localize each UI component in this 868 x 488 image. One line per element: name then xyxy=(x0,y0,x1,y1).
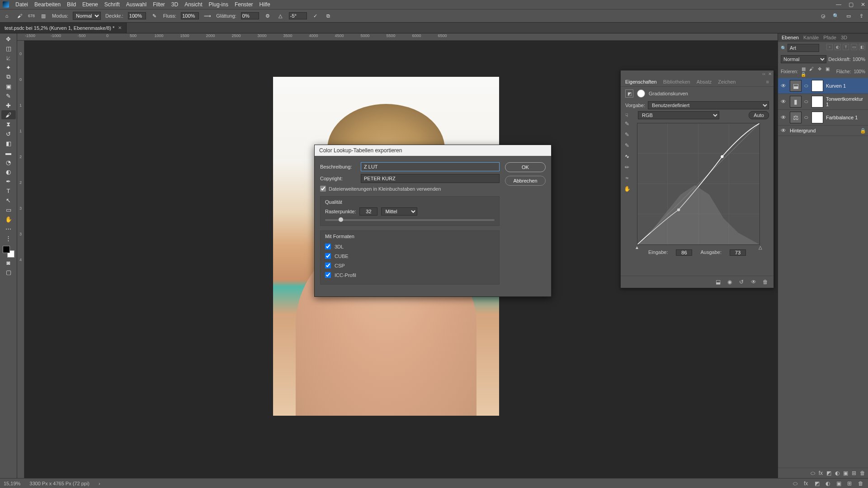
menu-hilfe[interactable]: Hilfe xyxy=(259,1,270,8)
slider-handle[interactable] xyxy=(339,217,343,222)
smoothing-input[interactable] xyxy=(241,12,259,19)
quickmask-icon[interactable]: ◙ xyxy=(1,258,16,267)
menu-bild[interactable]: Bild xyxy=(67,1,76,8)
filter-smart-icon[interactable]: ◧ xyxy=(859,44,865,50)
opacity-input[interactable] xyxy=(128,12,146,19)
lowercase-checkbox[interactable] xyxy=(320,186,326,192)
marquee-tool-icon[interactable]: ◫ xyxy=(1,44,16,53)
sb-adj-icon[interactable]: ◐ xyxy=(826,480,832,487)
butterfly-icon[interactable]: ⧉ xyxy=(324,12,332,20)
tab-kanaele[interactable]: Kanäle xyxy=(803,35,819,40)
fx-icon[interactable]: fx xyxy=(819,470,823,476)
format-icc-checkbox[interactable] xyxy=(325,272,331,278)
menu-filter[interactable]: Filter xyxy=(153,1,165,8)
blur-tool-icon[interactable]: ◔ xyxy=(1,158,16,167)
tab-eigenschaften[interactable]: Eigenschaften xyxy=(625,79,657,84)
sb-new-icon[interactable]: ⊞ xyxy=(847,480,854,487)
zoom-level[interactable]: 15,19% xyxy=(4,481,20,486)
screenmode-icon[interactable]: ▢ xyxy=(1,267,16,277)
input-value[interactable] xyxy=(676,249,692,256)
delete-adjustment-icon[interactable]: 🗑 xyxy=(763,279,770,285)
layer-mask-thumb[interactable] xyxy=(811,96,823,108)
document-info[interactable]: 3300 Px x 4765 Px (72 ppi) xyxy=(29,481,90,486)
layer-row[interactable]: 👁 ⚖ ⬭ Farbbalance 1 xyxy=(778,110,868,126)
cancel-button[interactable]: Abbrechen xyxy=(505,176,546,186)
edit-toolbar-icon[interactable]: ⋮ xyxy=(1,234,16,243)
brush-tool-icon[interactable]: 🖌 xyxy=(1,110,16,119)
move-tool-icon[interactable]: ✥ xyxy=(1,34,16,43)
description-input[interactable] xyxy=(361,162,500,171)
gridpoints-input[interactable] xyxy=(359,207,377,216)
panel-close-icon[interactable]: ✕ xyxy=(768,71,772,76)
clip-icon[interactable]: ⬓ xyxy=(716,279,723,285)
zoom-tool-icon[interactable]: ⋯ xyxy=(1,224,16,233)
shape-tool-icon[interactable]: ▭ xyxy=(1,205,16,214)
link-icon[interactable]: ⬭ xyxy=(804,115,809,120)
foreground-color-swatch[interactable] xyxy=(3,246,10,253)
lasso-tool-icon[interactable]: ⟀ xyxy=(1,53,16,62)
link-icon[interactable]: ⬭ xyxy=(804,83,809,89)
home-icon[interactable]: ⌂ xyxy=(3,12,11,20)
mask-add-icon[interactable]: ◩ xyxy=(826,470,831,476)
airbrush-icon[interactable]: ⟿ xyxy=(203,12,212,20)
preset-select[interactable]: Benutzerdefiniert xyxy=(648,101,769,109)
tab-ebenen[interactable]: Ebenen xyxy=(782,35,799,40)
color-swatch[interactable] xyxy=(3,246,14,258)
layer-filter-input[interactable] xyxy=(788,44,819,52)
visibility-icon[interactable]: 👁 xyxy=(781,114,787,121)
eyedropper-black-icon[interactable]: ✎ xyxy=(623,120,631,127)
layer-name[interactable]: Hintergrund xyxy=(790,128,857,133)
wand-tool-icon[interactable]: ✦ xyxy=(1,63,16,72)
crop-tool-icon[interactable]: ⧉ xyxy=(1,72,16,81)
new-layer-icon[interactable]: ⊞ xyxy=(852,470,856,476)
search-icon[interactable]: 🔍 xyxy=(832,12,840,20)
menu-auswahl[interactable]: Auswahl xyxy=(126,1,146,8)
angle-input[interactable] xyxy=(289,12,307,19)
link-icon[interactable]: ⬭ xyxy=(804,99,809,104)
menu-bearbeiten[interactable]: Bearbeiten xyxy=(34,1,61,8)
lock-pixels-icon[interactable]: 🖌 xyxy=(809,66,814,71)
format-csp-checkbox[interactable] xyxy=(325,263,331,268)
filter-shape-icon[interactable]: ▭ xyxy=(851,44,857,50)
healing-tool-icon[interactable]: ✚ xyxy=(1,101,16,110)
tab-absatz[interactable]: Absatz xyxy=(697,79,712,84)
type-tool-icon[interactable]: T xyxy=(1,186,16,195)
frame-tool-icon[interactable]: ▣ xyxy=(1,82,16,91)
smoothing-options-icon[interactable]: ⚙ xyxy=(264,12,272,20)
menu-plugins[interactable]: Plug-ins xyxy=(209,1,228,8)
tab-bibliotheken[interactable]: Bibliotheken xyxy=(663,79,690,84)
eyedropper-gray-icon[interactable]: ✎ xyxy=(623,131,631,138)
filter-type-icon[interactable]: T xyxy=(843,44,849,50)
layer-name[interactable]: Tonwertkorrektur 1 xyxy=(826,96,865,107)
pen-tool-icon[interactable]: ✒ xyxy=(1,177,16,186)
eyedropper-tool-icon[interactable]: ✎ xyxy=(1,91,16,100)
visibility-icon[interactable]: 👁 xyxy=(781,83,787,89)
format-3dl-checkbox[interactable] xyxy=(325,244,331,249)
lock-all-icon[interactable]: 🔒 xyxy=(801,71,806,77)
curve-hand-icon[interactable]: ✋ xyxy=(623,185,631,192)
dodge-tool-icon[interactable]: ◐ xyxy=(1,167,16,176)
adjustment-add-icon[interactable]: ◐ xyxy=(835,470,840,476)
tab-pfade[interactable]: Pfade xyxy=(823,35,836,40)
white-slider-icon[interactable]: △ xyxy=(759,245,762,250)
link-layers-icon[interactable]: ⬭ xyxy=(811,470,815,476)
toggle-visibility-icon[interactable]: 👁 xyxy=(751,279,758,285)
view-previous-icon[interactable]: ◉ xyxy=(727,279,735,285)
fill-value[interactable]: 100% xyxy=(854,69,865,74)
layer-opacity-value[interactable]: 100% xyxy=(853,56,865,62)
curve-smooth-icon[interactable]: ≈ xyxy=(623,174,631,182)
menu-datei[interactable]: Datei xyxy=(15,1,28,8)
filter-pixel-icon[interactable]: ▫ xyxy=(826,44,833,50)
layer-name[interactable]: Farbbalance 1 xyxy=(826,115,865,120)
menu-schrift[interactable]: Schrift xyxy=(104,1,120,8)
menu-fenster[interactable]: Fenster xyxy=(235,1,253,8)
quality-slider[interactable] xyxy=(325,219,495,221)
panel-collapse-icon[interactable]: ‹‹ xyxy=(762,71,765,76)
curves-graph[interactable]: ▲ △ xyxy=(637,123,760,245)
delete-layer-icon[interactable]: 🗑 xyxy=(860,470,865,476)
document-tab[interactable]: test.psdc bei 15,2% (Kurven 1, Ebenenmas… xyxy=(0,23,127,33)
layer-row[interactable]: 👁 ▮ ⬭ Tonwertkorrektur 1 xyxy=(778,94,868,110)
stamp-tool-icon[interactable]: ⧗ xyxy=(1,120,16,129)
brush-size-label[interactable]: 678 xyxy=(28,14,35,18)
chevron-right-icon[interactable]: › xyxy=(99,481,100,486)
